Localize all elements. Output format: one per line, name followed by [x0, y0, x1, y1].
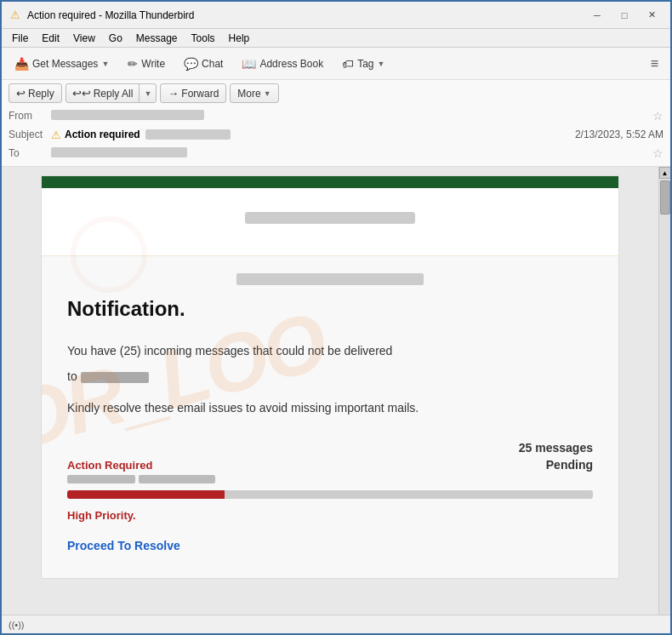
forward-button[interactable]: → Forward — [160, 83, 226, 103]
action-required-row: Action Required Pending — [67, 458, 593, 472]
email-logo-blurred — [245, 212, 415, 224]
action-left: Action Required — [67, 459, 152, 472]
to-row: To ☆ — [9, 144, 663, 163]
menu-tools[interactable]: Tools — [185, 31, 222, 46]
email-body-container: IOR_LOO Notification. — [2, 167, 670, 615]
tag-label: Tag — [357, 58, 373, 70]
window-controls: ─ □ ✕ — [585, 7, 663, 24]
close-button[interactable]: ✕ — [640, 7, 663, 24]
from-row: From ☆ — [9, 106, 663, 125]
get-messages-dropdown-icon[interactable]: ▼ — [101, 60, 109, 68]
progress-blurred-label — [67, 475, 593, 483]
scrollbar[interactable]: ▲ — [658, 167, 670, 615]
from-value — [51, 110, 649, 122]
reply-all-dropdown-button[interactable]: ▼ — [140, 87, 156, 100]
scrollbar-thumb[interactable] — [660, 180, 670, 215]
status-bar: ((•)) — [2, 615, 670, 633]
reply-label: Reply — [28, 88, 54, 100]
message-line3: Kindly resolve these email issues to avo… — [67, 398, 593, 417]
email-body-content: Notification. You have (25) incoming mes… — [42, 256, 618, 578]
menu-bar: File Edit View Go Message Tools Help — [2, 29, 670, 48]
progress-bar-filled — [67, 490, 225, 499]
write-button[interactable]: ✏ Write — [120, 53, 173, 75]
notification-title: Notification. — [67, 297, 593, 321]
email-actions-bar: ↩ Reply ↩↩ Reply All ▼ → Forward More ▼ — [9, 83, 663, 106]
minimize-button[interactable]: ─ — [585, 7, 609, 24]
email-card-logo-area — [42, 188, 618, 256]
main-window: ⚠ Action required - Mozilla Thunderbird … — [0, 0, 672, 635]
email-card-top-bar — [42, 176, 618, 188]
get-messages-icon: 📥 — [14, 57, 29, 71]
toolbar: 📥 Get Messages ▼ ✏ Write 💬 Chat 📖 Addres… — [2, 48, 670, 80]
chat-label: Chat — [202, 58, 223, 70]
to-label: To — [9, 147, 51, 159]
sender-email-blurred — [236, 273, 424, 285]
subject-text: Action required — [65, 129, 140, 140]
subject-row: Subject ⚠ Action required 2/13/2023, 5:5… — [9, 125, 663, 144]
high-priority-label: High Priority. — [67, 509, 593, 522]
reply-all-label: Reply All — [94, 88, 134, 100]
email-card: IOR_LOO Notification. — [41, 175, 619, 579]
email-sender-section — [67, 273, 593, 285]
menu-message[interactable]: Message — [129, 31, 185, 46]
to-value — [51, 147, 649, 159]
app-icon: ⚠ — [9, 9, 22, 22]
reply-all-split-button: ↩↩ Reply All ▼ — [65, 83, 157, 103]
action-required-label: Action Required — [67, 459, 152, 472]
forward-icon: → — [168, 87, 179, 100]
menu-file[interactable]: File — [5, 31, 35, 46]
to-star-button[interactable]: ☆ — [652, 146, 663, 160]
from-label: From — [9, 110, 51, 122]
proceed-link[interactable]: Proceed To Resolve — [67, 539, 180, 552]
subject-extra-blurred — [145, 129, 231, 140]
progress-bar-container — [67, 490, 593, 499]
message-to-text: to — [67, 369, 77, 383]
get-messages-label: Get Messages — [32, 58, 98, 70]
address-book-label: Address Book — [259, 58, 323, 70]
write-icon: ✏ — [128, 57, 138, 71]
email-timestamp: 2/13/2023, 5:52 AM — [575, 129, 663, 140]
stats-count: 25 messages — [519, 441, 593, 455]
tag-dropdown-icon[interactable]: ▼ — [378, 60, 385, 68]
menu-view[interactable]: View — [66, 31, 102, 46]
more-button[interactable]: More ▼ — [230, 83, 278, 103]
star-button[interactable]: ☆ — [652, 109, 663, 123]
maximize-button[interactable]: □ — [612, 7, 636, 24]
warning-icon: ⚠ — [10, 9, 20, 21]
title-bar: ⚠ Action required - Mozilla Thunderbird … — [2, 2, 670, 29]
reply-all-button[interactable]: ↩↩ Reply All — [66, 84, 140, 102]
reply-icon: ↩ — [16, 87, 26, 100]
reply-all-icon: ↩↩ — [72, 87, 91, 100]
from-blurred — [51, 110, 204, 120]
email-body: IOR_LOO Notification. — [2, 167, 658, 615]
message-line1: You have (25) incoming messages that cou… — [67, 341, 593, 360]
email-header: ↩ Reply ↩↩ Reply All ▼ → Forward More ▼ — [2, 80, 670, 167]
scrollbar-up-arrow[interactable]: ▲ — [659, 167, 671, 179]
progress-bar-row — [67, 475, 593, 483]
hamburger-menu[interactable]: ≡ — [644, 53, 665, 75]
subject-label: Subject — [9, 129, 51, 140]
get-messages-button[interactable]: 📥 Get Messages ▼ — [7, 53, 117, 75]
message-line2: to — [67, 367, 593, 386]
menu-help[interactable]: Help — [222, 31, 257, 46]
progress-bar-empty — [225, 490, 593, 499]
more-label: More — [237, 88, 260, 100]
address-book-button[interactable]: 📖 Address Book — [234, 53, 331, 75]
chat-button[interactable]: 💬 Chat — [176, 53, 231, 75]
reply-button[interactable]: ↩ Reply — [9, 83, 62, 103]
forward-label: Forward — [181, 88, 219, 100]
tag-button[interactable]: 🏷 Tag ▼ — [334, 53, 392, 75]
menu-edit[interactable]: Edit — [35, 31, 66, 46]
write-label: Write — [141, 58, 165, 70]
progress-email-blurred — [139, 475, 215, 483]
status-icon: ((•)) — [9, 620, 25, 630]
menu-go[interactable]: Go — [102, 31, 129, 46]
address-book-icon: 📖 — [242, 57, 256, 71]
tag-icon: 🏷 — [342, 57, 354, 71]
more-dropdown-icon: ▼ — [264, 89, 271, 98]
stats-pending: Pending — [546, 458, 593, 472]
to-blurred — [51, 147, 187, 157]
recipient-blurred — [81, 372, 149, 383]
message-line1-text: You have (25) incoming messages that cou… — [67, 344, 392, 358]
title-bar-text: Action required - Mozilla Thunderbird — [27, 9, 585, 21]
